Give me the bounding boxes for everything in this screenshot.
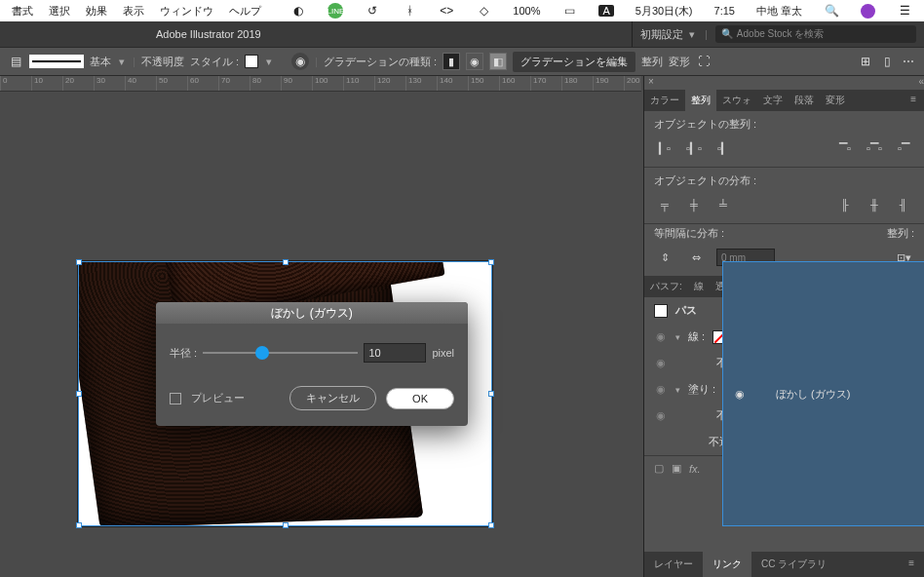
menu-window[interactable]: ウィンドウ — [160, 4, 213, 19]
style-label: スタイル : — [190, 55, 239, 69]
sync-icon: ↺ — [365, 3, 380, 19]
code-icon: <> — [439, 3, 454, 19]
dist-right[interactable]: ╢ — [893, 196, 914, 213]
align-left[interactable]: ▎▫ — [654, 139, 675, 157]
panel-menu-icon[interactable]: ≡ — [903, 90, 924, 111]
handle-top-right[interactable] — [488, 259, 494, 265]
dist-left[interactable]: ╟ — [834, 196, 856, 213]
visibility-fill[interactable]: ◉ — [654, 383, 668, 396]
fill-label[interactable]: 塗り : — [688, 382, 715, 397]
panel-dock-icon[interactable]: ▯ — [879, 54, 895, 69]
tab-color[interactable]: カラー — [644, 90, 685, 111]
align-vcenter[interactable]: ▫▔▫ — [864, 139, 885, 157]
handle-top-center[interactable] — [283, 259, 289, 265]
cancel-button[interactable]: キャンセル — [289, 386, 376, 410]
dist-vcenter[interactable]: ╪ — [683, 196, 705, 213]
stroke-profile[interactable]: 基本 — [90, 55, 111, 69]
tab-paragraph[interactable]: 段落 — [789, 90, 820, 111]
app-title: Adobe Illustrator 2019 — [156, 28, 261, 40]
handle-top-left[interactable] — [76, 259, 82, 265]
dist-spacing-v[interactable]: ⇕ — [654, 249, 675, 266]
opacity-label[interactable]: 不透明度 — [141, 55, 184, 69]
freeform-gradient[interactable]: ◧ — [489, 53, 507, 70]
line-icon: LINE — [327, 3, 343, 19]
menu-format[interactable]: 書式 — [12, 4, 33, 19]
new-stroke-icon[interactable]: ▢ — [654, 462, 664, 475]
preview-checkbox[interactable] — [170, 393, 181, 404]
radius-input[interactable] — [364, 343, 426, 363]
align-left-icon[interactable]: ▤ — [8, 54, 23, 69]
handle-bottom-right[interactable] — [488, 522, 494, 528]
menu-select[interactable]: 選択 — [49, 4, 70, 19]
tab-align[interactable]: 整列 — [685, 90, 716, 111]
align-to-label: 整列 : — [887, 226, 914, 241]
dist-hcenter[interactable]: ╫ — [864, 196, 885, 213]
dist-bottom[interactable]: ╧ — [712, 196, 734, 213]
chevron-down-icon[interactable]: ▾ — [675, 332, 680, 342]
radius-slider[interactable] — [203, 352, 358, 354]
style-swatch[interactable] — [245, 55, 258, 68]
align-right[interactable]: ▫▎ — [712, 139, 734, 157]
visibility-effect[interactable]: ◉ — [733, 388, 747, 401]
panel-grid-icon[interactable]: ⊞ — [858, 54, 873, 69]
visibility-opacity1[interactable]: ◉ — [654, 357, 668, 369]
wifi-icon: ◇ — [476, 3, 491, 19]
distribute-title: オブジェクトの分布 : — [644, 168, 924, 194]
align-bottom[interactable]: ▫▔ — [893, 139, 914, 157]
panel-more-icon[interactable]: ⋯ — [901, 54, 916, 69]
battery-icon: ▭ — [561, 3, 577, 19]
visibility-opacity2[interactable]: ◉ — [654, 409, 668, 422]
dist-spacing-h[interactable]: ⇔ — [685, 249, 707, 266]
notification-icon[interactable]: ☰ — [897, 3, 912, 19]
tab-character[interactable]: 文字 — [757, 90, 789, 111]
dist-top[interactable]: ╤ — [654, 196, 675, 213]
workspace-preset[interactable]: 初期設定▾ — [640, 27, 697, 42]
linear-gradient[interactable]: ▮ — [443, 53, 460, 70]
user-name[interactable]: 中地 章太 — [756, 4, 802, 19]
tab-stroke[interactable]: 線 — [688, 276, 710, 297]
menu-help[interactable]: ヘルプ — [229, 4, 261, 19]
add-fx-icon[interactable]: fx. — [689, 463, 701, 475]
panel-close-icon[interactable]: ×« — [644, 76, 924, 90]
tab-layers[interactable]: レイヤー — [644, 552, 703, 577]
align-button[interactable]: 整列 — [641, 55, 663, 69]
panel3-menu-icon[interactable]: ≡ — [899, 552, 924, 577]
isolate-icon[interactable]: ⛶ — [696, 54, 712, 69]
stroke-label[interactable]: 線 : — [688, 329, 705, 344]
handle-mid-right[interactable] — [488, 391, 494, 397]
horizontal-ruler: 0102030405060708090100110120130140150160… — [0, 76, 641, 92]
effect-name[interactable]: ぼかし (ガウス) — [776, 387, 850, 402]
handle-mid-left[interactable] — [76, 391, 82, 397]
spotlight-icon[interactable]: 🔍 — [824, 3, 839, 19]
visibility-stroke[interactable]: ◉ — [654, 330, 668, 343]
menu-view[interactable]: 表示 — [123, 4, 144, 19]
tab-swatches[interactable]: スウォ — [716, 90, 757, 111]
menu-effect[interactable]: 効果 — [86, 4, 107, 19]
handle-bottom-center[interactable] — [283, 522, 289, 528]
tab-transform[interactable]: 変形 — [820, 90, 851, 111]
align-hcenter[interactable]: ▫▎▫ — [683, 139, 705, 157]
slider-thumb[interactable] — [255, 346, 269, 360]
align-top[interactable]: ▔▫ — [834, 139, 856, 157]
adobe-stock-search[interactable]: 🔍Adobe Stock を検索 — [715, 25, 916, 43]
align-objects-title: オブジェクトの整列 : — [644, 111, 924, 137]
stroke-preview[interactable] — [29, 55, 84, 68]
radius-unit: pixel — [432, 347, 454, 359]
chevron-down-icon-2[interactable]: ▾ — [675, 385, 680, 395]
new-fill-icon[interactable]: ▣ — [672, 462, 681, 475]
input-badge[interactable]: A — [598, 5, 613, 17]
tab-cclib[interactable]: CC ライブラリ — [751, 552, 836, 577]
edit-gradient-button[interactable]: グラデーションを編集 — [513, 52, 635, 72]
radial-gradient[interactable]: ◉ — [466, 53, 483, 70]
recolor-icon[interactable]: ◉ — [291, 53, 309, 70]
date-text: 5月30日(木) — [635, 4, 693, 19]
transform-button[interactable]: 変形 — [669, 55, 690, 69]
handle-bottom-left[interactable] — [76, 522, 82, 528]
dialog-title[interactable]: ぼかし (ガウス) — [156, 302, 468, 324]
ok-button[interactable]: OK — [386, 388, 454, 409]
tab-links[interactable]: リンク — [703, 552, 751, 577]
siri-icon[interactable] — [861, 4, 875, 19]
tab-pathfinder[interactable]: パスフ: — [644, 276, 688, 297]
preview-label[interactable]: プレビュー — [191, 391, 245, 405]
path-thumb — [654, 304, 668, 318]
